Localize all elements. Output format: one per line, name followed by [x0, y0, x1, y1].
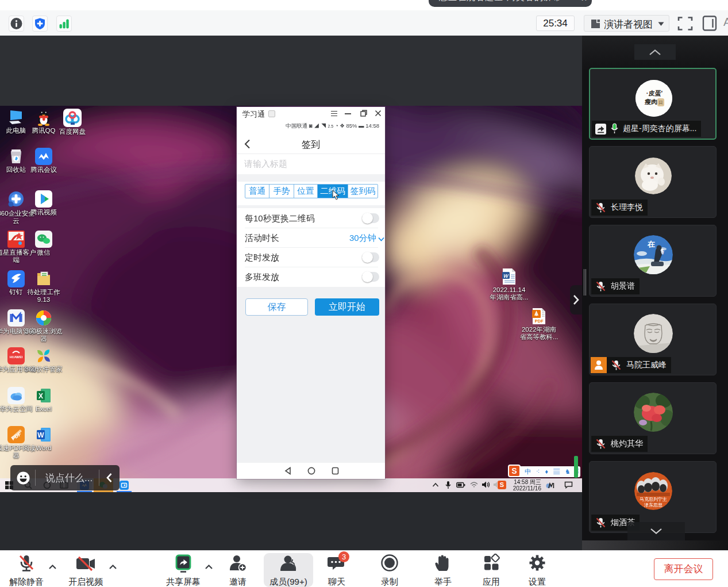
svg-text:HUAWEI: HUAWEI — [10, 355, 23, 359]
svg-text:目: 目 — [658, 100, 663, 105]
svg-text:X: X — [38, 392, 43, 400]
svg-text:W: W — [37, 431, 44, 439]
svg-text:马克思列宁主: 马克思列宁主 — [640, 497, 667, 502]
svg-text:在: 在 — [647, 240, 655, 248]
svg-text:PDF: PDF — [535, 319, 544, 324]
svg-text:瘦肉: 瘦肉 — [644, 98, 657, 105]
svg-text:泽东思想: 泽东思想 — [644, 502, 662, 508]
svg-text:·皮蛋': ·皮蛋' — [646, 90, 663, 97]
